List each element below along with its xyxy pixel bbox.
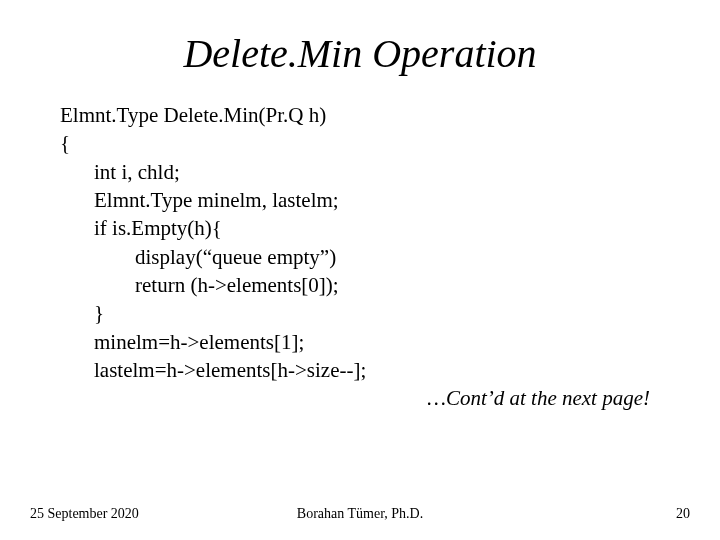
slide: Delete.Min Operation Elmnt.Type Delete.M… [0,0,720,540]
code-line: if is.Empty(h){ [60,214,660,242]
footer: 25 September 2020 Borahan Tümer, Ph.D. 2… [0,506,720,522]
code-line: { [60,129,660,157]
footer-date: 25 September 2020 [30,506,139,522]
code-block: Elmnt.Type Delete.Min(Pr.Q h) { int i, c… [60,101,660,384]
code-line: lastelm=h->elements[h->size--]; [60,356,660,384]
code-line: return (h->elements[0]); [60,271,660,299]
code-line: display(“queue empty”) [60,243,660,271]
continued-note: …Cont’d at the next page! [60,386,660,411]
footer-page: 20 [676,506,690,522]
code-line: } [60,299,660,327]
slide-title: Delete.Min Operation [60,30,660,77]
code-line: Elmnt.Type Delete.Min(Pr.Q h) [60,101,660,129]
code-line: int i, chld; [60,158,660,186]
code-line: minelm=h->elements[1]; [60,328,660,356]
footer-author: Borahan Tümer, Ph.D. [297,506,423,522]
code-line: Elmnt.Type minelm, lastelm; [60,186,660,214]
